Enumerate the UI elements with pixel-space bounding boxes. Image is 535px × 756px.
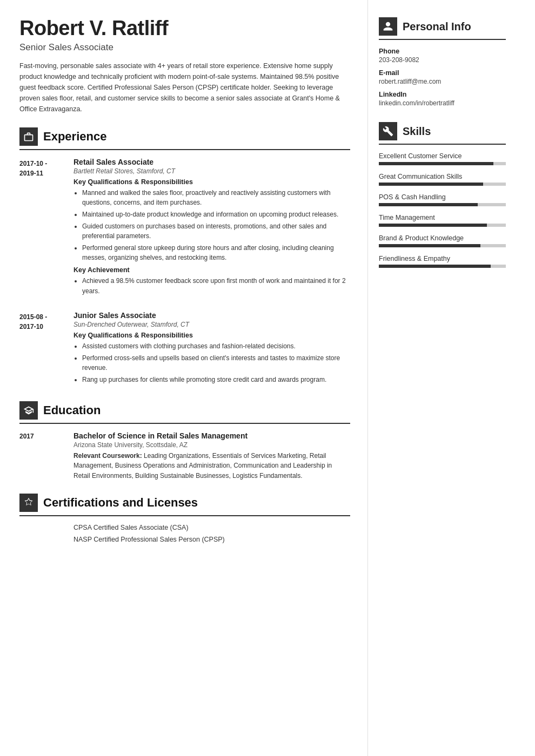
skill-bar-bg-0 (379, 162, 506, 165)
skill-bar-bg-1 (379, 183, 506, 186)
skill-name-1: Great Communication Skills (379, 173, 506, 180)
summary-text: Fast-moving, personable sales associate … (19, 60, 350, 114)
skill-item-1: Great Communication Skills (379, 173, 506, 186)
resume-wrapper: Robert V. Ratliff Senior Sales Associate… (0, 0, 535, 756)
skill-item-2: POS & Cash Handling (379, 193, 506, 206)
edu-coursework-0: Relevant Coursework: Leading Organizatio… (73, 451, 350, 481)
certifications-icon (19, 494, 38, 512)
skill-name-2: POS & Cash Handling (379, 193, 506, 201)
exp-qual-label-0: Key Qualifications & Responsibilities (73, 178, 350, 186)
skills-title: Skills (403, 125, 431, 138)
experience-divider (19, 149, 350, 150)
left-column: Robert V. Ratliff Senior Sales Associate… (0, 0, 367, 756)
right-column: Personal Info Phone 203-208-9082 E-mail … (367, 0, 519, 756)
skill-item-0: Excellent Customer Service (379, 152, 506, 165)
cert-entry-1: NASP Certified Professional Sales Person… (73, 536, 350, 543)
exp-qual-item-0-3: Performed general store upkeep during st… (82, 243, 350, 263)
exp-job-title-1: Junior Sales Associate (73, 311, 350, 320)
cert-entry-0: CPSA Certified Sales Associate (CSA) (73, 524, 350, 531)
skills-divider (379, 144, 506, 145)
skill-name-4: Brand & Product Knowledge (379, 234, 506, 242)
skills-section: Skills Excellent Customer ServiceGreat C… (379, 122, 506, 268)
personal-info-icon (379, 17, 397, 36)
exp-qual-item-0-1: Maintained up-to-date product knowledge … (82, 210, 350, 220)
skill-bar-fill-1 (379, 183, 483, 186)
certifications-divider (19, 515, 350, 516)
skill-bar-bg-4 (379, 244, 506, 247)
edu-degree-0: Bachelor of Science in Retail Sales Mana… (73, 431, 350, 440)
edu-entry-0: 2017Bachelor of Science in Retail Sales … (19, 431, 350, 481)
personal-info-header: Personal Info (379, 17, 506, 36)
phone-label: Phone (379, 48, 506, 55)
skill-bar-fill-0 (379, 162, 493, 165)
exp-qual-item-1-0: Assisted customers with clothing purchas… (82, 341, 350, 352)
exp-ach-item-0-0: Achieved a 98.5% customer feedback score… (82, 276, 350, 296)
edu-school-0: Arizona State University, Scottsdale, AZ (73, 441, 350, 449)
skills-entries: Excellent Customer ServiceGreat Communic… (379, 152, 506, 268)
candidate-title: Senior Sales Associate (19, 42, 350, 53)
education-icon (19, 401, 38, 420)
exp-qual-item-0-0: Manned and walked the sales floor, proac… (82, 188, 350, 208)
personal-info-divider (379, 39, 506, 40)
experience-title: Experience (43, 130, 106, 144)
experience-header: Experience (19, 127, 350, 146)
skill-name-5: Friendliness & Empathy (379, 255, 506, 262)
email-value: robert.ratliff@me.com (379, 78, 506, 85)
certifications-section: Certifications and Licenses CPSA Certifi… (19, 494, 350, 543)
email-label: E-mail (379, 69, 506, 77)
experience-icon (19, 127, 38, 146)
exp-qual-item-0-2: Guided customers on purchases based on i… (82, 221, 350, 241)
edu-year-0: 2017 (19, 431, 73, 481)
certifications-title: Certifications and Licenses (43, 496, 198, 510)
skill-item-3: Time Management (379, 214, 506, 227)
skill-bar-bg-5 (379, 265, 506, 268)
exp-qual-list-1: Assisted customers with clothing purchas… (73, 341, 350, 384)
linkedin-label: LinkedIn (379, 91, 506, 98)
cert-entries: CPSA Certified Sales Associate (CSA)NASP… (19, 524, 350, 543)
email-block: E-mail robert.ratliff@me.com (379, 69, 506, 85)
exp-content-0: Retail Sales AssociateBartlett Retail St… (73, 158, 350, 299)
skill-bar-fill-4 (379, 244, 480, 247)
education-divider (19, 423, 350, 424)
education-title: Education (43, 403, 101, 417)
exp-ach-list-0: Achieved a 98.5% customer feedback score… (73, 276, 350, 296)
education-section: Education 2017Bachelor of Science in Ret… (19, 401, 350, 481)
exp-qual-item-1-2: Rang up purchases for clients while prom… (82, 375, 350, 385)
education-entries: 2017Bachelor of Science in Retail Sales … (19, 431, 350, 481)
exp-qual-list-0: Manned and walked the sales floor, proac… (73, 188, 350, 263)
skill-item-4: Brand & Product Knowledge (379, 234, 506, 247)
phone-block: Phone 203-208-9082 (379, 48, 506, 64)
edu-content-0: Bachelor of Science in Retail Sales Mana… (73, 431, 350, 481)
certifications-header: Certifications and Licenses (19, 494, 350, 512)
personal-info-section: Personal Info Phone 203-208-9082 E-mail … (379, 17, 506, 107)
exp-content-1: Junior Sales AssociateSun-Drenched Outer… (73, 311, 350, 388)
skills-icon (379, 122, 397, 140)
linkedin-value: linkedin.com/in/robertratliff (379, 99, 506, 107)
resume-header: Robert V. Ratliff Senior Sales Associate… (19, 17, 350, 114)
skills-header: Skills (379, 122, 506, 140)
experience-entry-1: 2015-08 -2017-10Junior Sales AssociateSu… (19, 311, 350, 388)
exp-company-1: Sun-Drenched Outerwear, Stamford, CT (73, 321, 350, 328)
experience-section: Experience 2017-10 -2019-11Retail Sales … (19, 127, 350, 388)
personal-info-title: Personal Info (403, 21, 471, 33)
skill-bar-fill-5 (379, 265, 491, 268)
candidate-name: Robert V. Ratliff (19, 17, 350, 40)
experience-entries: 2017-10 -2019-11Retail Sales AssociateBa… (19, 158, 350, 388)
experience-entry-0: 2017-10 -2019-11Retail Sales AssociateBa… (19, 158, 350, 299)
exp-job-title-0: Retail Sales Associate (73, 158, 350, 166)
skill-bar-fill-3 (379, 224, 487, 227)
exp-qual-label-1: Key Qualifications & Responsibilities (73, 332, 350, 339)
exp-qual-item-1-1: Performed cross-sells and upsells based … (82, 353, 350, 373)
skill-bar-bg-3 (379, 224, 506, 227)
skill-bar-bg-2 (379, 203, 506, 206)
exp-ach-label-0: Key Achievement (73, 266, 350, 274)
skill-name-3: Time Management (379, 214, 506, 221)
exp-dates-1: 2015-08 -2017-10 (19, 311, 73, 388)
education-header: Education (19, 401, 350, 420)
linkedin-block: LinkedIn linkedin.com/in/robertratliff (379, 91, 506, 107)
skill-name-0: Excellent Customer Service (379, 152, 506, 160)
exp-dates-0: 2017-10 -2019-11 (19, 158, 73, 299)
skill-bar-fill-2 (379, 203, 478, 206)
exp-company-0: Bartlett Retail Stores, Stamford, CT (73, 167, 350, 175)
skill-item-5: Friendliness & Empathy (379, 255, 506, 268)
